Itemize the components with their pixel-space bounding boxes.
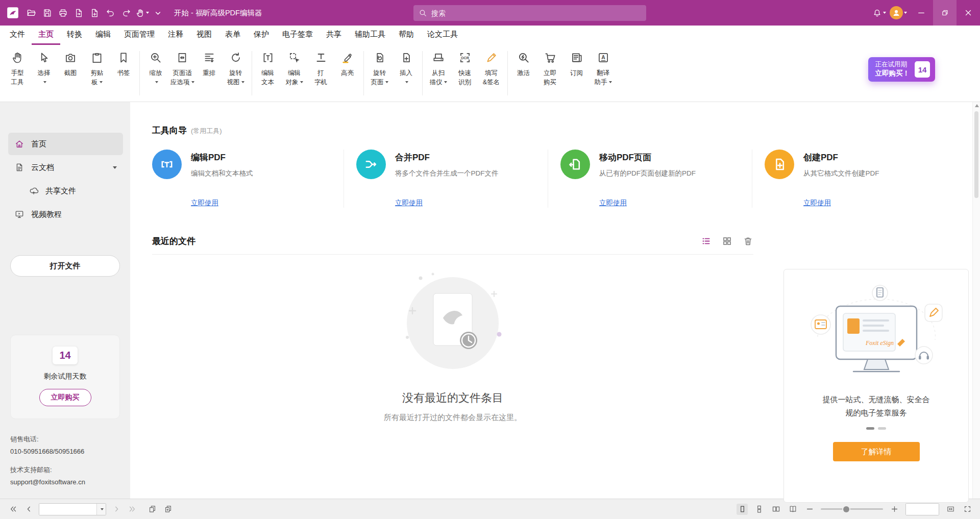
zoom-slider-track[interactable] bbox=[821, 508, 883, 510]
menu-page-organize[interactable]: 页面管理 bbox=[117, 26, 161, 45]
page-number-box[interactable] bbox=[39, 503, 106, 515]
menu-form[interactable]: 表单 bbox=[218, 26, 247, 45]
sidebar-item-video-tutorials[interactable]: 视频教程 bbox=[8, 203, 123, 226]
menu-accessibility[interactable]: 辅助工具 bbox=[348, 26, 392, 45]
carousel-dot[interactable] bbox=[878, 427, 886, 430]
menu-view[interactable]: 视图 bbox=[190, 26, 218, 45]
menu-esign[interactable]: 电子签章 bbox=[276, 26, 320, 45]
next-page-icon[interactable] bbox=[111, 504, 122, 515]
tool-translate-assistant[interactable]: A 翻译助手 bbox=[590, 49, 617, 88]
facing-view-icon[interactable] bbox=[770, 504, 781, 515]
page-number-input[interactable] bbox=[39, 504, 96, 515]
undo-icon[interactable] bbox=[103, 5, 118, 21]
zoom-slider[interactable] bbox=[821, 505, 883, 514]
book-view-icon[interactable] bbox=[787, 504, 798, 515]
new-page-view-icon[interactable] bbox=[162, 504, 174, 515]
tool-rotate-view[interactable]: 旋转视图 bbox=[223, 49, 249, 88]
learn-more-button[interactable]: 了解详情 bbox=[833, 442, 920, 461]
sidebar-item-cloud-docs[interactable]: 云文档 bbox=[8, 156, 123, 179]
new-file-icon[interactable] bbox=[87, 5, 103, 21]
zoom-in-icon[interactable] bbox=[889, 504, 900, 515]
tool-hand[interactable]: 手型工具 bbox=[4, 49, 31, 88]
fit-width-icon[interactable] bbox=[945, 504, 956, 515]
support-email-address[interactable]: support@foxitsoftware.cn bbox=[10, 477, 120, 487]
zoom-out-icon[interactable] bbox=[804, 504, 815, 515]
notifications-bell-icon[interactable] bbox=[871, 5, 887, 21]
sidebar-item-home[interactable]: 首页 bbox=[8, 133, 123, 155]
clear-recent-trash-icon[interactable] bbox=[743, 236, 753, 246]
tool-highlight[interactable]: 高亮 bbox=[334, 49, 361, 79]
trial-buy-badge[interactable]: 正在试用期 立即购买！ 14 bbox=[868, 57, 936, 82]
tool-typewriter[interactable]: 打字机 bbox=[308, 49, 334, 88]
grid-view-icon[interactable] bbox=[722, 236, 732, 246]
fullscreen-icon[interactable] bbox=[962, 504, 973, 515]
tool-activate[interactable]: 激活 bbox=[510, 49, 537, 79]
buy-now-button[interactable]: 立即购买 bbox=[39, 389, 91, 406]
use-now-link[interactable]: 立即使用 bbox=[191, 199, 335, 208]
menu-protect[interactable]: 保护 bbox=[247, 26, 276, 45]
use-now-link[interactable]: 立即使用 bbox=[395, 199, 540, 208]
menu-edit[interactable]: 编辑 bbox=[89, 26, 117, 45]
tool-quick-ocr[interactable]: OCR 快速识别 bbox=[452, 49, 478, 88]
sidebar-item-shared-files[interactable]: 共享文件 bbox=[8, 180, 123, 202]
list-view-icon[interactable] bbox=[701, 236, 712, 246]
tool-zoom[interactable]: 缩放 bbox=[142, 49, 169, 88]
zoom-slider-thumb[interactable] bbox=[843, 506, 849, 512]
continuous-view-icon[interactable] bbox=[753, 504, 765, 515]
cloud-docs-caret[interactable] bbox=[113, 166, 117, 169]
tool-rotate-pages[interactable]: 旋转页面 bbox=[366, 49, 393, 88]
minimize-button[interactable] bbox=[910, 0, 933, 26]
tool-subscribe[interactable]: 订阅 bbox=[564, 49, 590, 79]
hand-tool-quick-icon[interactable] bbox=[134, 5, 150, 21]
single-page-view-icon[interactable] bbox=[737, 504, 748, 515]
tool-fill-sign[interactable]: 填写&签名 bbox=[478, 49, 505, 88]
tool-fit-options[interactable]: 页面适应选项 bbox=[169, 49, 196, 88]
first-page-icon[interactable] bbox=[7, 504, 18, 515]
tool-clipboard[interactable]: 剪贴板 bbox=[84, 49, 110, 88]
menu-home[interactable]: 主页 bbox=[32, 26, 60, 45]
card-create-pdf[interactable]: 创建PDF 从其它格式文件创建PDF 立即使用 bbox=[752, 150, 956, 208]
menu-comment[interactable]: 注释 bbox=[161, 26, 190, 45]
menu-share[interactable]: 共享 bbox=[320, 26, 348, 45]
zoom-percent-input[interactable] bbox=[906, 504, 939, 515]
tool-buy-now[interactable]: 立即购买 bbox=[537, 49, 564, 88]
close-button[interactable] bbox=[957, 0, 980, 26]
print-icon[interactable] bbox=[55, 5, 71, 21]
tool-reflow[interactable]: 重排 bbox=[196, 49, 223, 79]
tool-edit-object[interactable]: 编辑对象 bbox=[281, 49, 308, 88]
scroll-up-arrow[interactable] bbox=[975, 104, 979, 107]
tool-snapshot[interactable]: 截图 bbox=[57, 49, 84, 79]
last-page-icon[interactable] bbox=[127, 504, 138, 515]
tool-edit-text[interactable]: 编辑文本 bbox=[255, 49, 281, 88]
copy-page-view-icon[interactable] bbox=[146, 504, 158, 515]
save-icon[interactable] bbox=[39, 5, 55, 21]
page-number-dropdown[interactable] bbox=[96, 503, 106, 515]
tool-bookmark[interactable]: 书签 bbox=[110, 49, 137, 79]
scrollbar-thumb[interactable] bbox=[974, 111, 978, 198]
open-folder-icon[interactable] bbox=[23, 5, 39, 21]
menu-help[interactable]: 帮助 bbox=[392, 26, 421, 45]
card-merge-pdf[interactable]: 合并PDF 将多个文件合并生成一个PDF文件 立即使用 bbox=[344, 150, 548, 208]
prev-page-icon[interactable] bbox=[23, 504, 34, 515]
export-file-icon[interactable] bbox=[71, 5, 87, 21]
tool-insert[interactable]: 插入 bbox=[393, 49, 420, 88]
vertical-scrollbar[interactable] bbox=[972, 102, 980, 499]
collapse-ribbon-icon[interactable] bbox=[150, 5, 166, 21]
search-box[interactable] bbox=[413, 5, 646, 21]
use-now-link[interactable]: 立即使用 bbox=[599, 199, 744, 208]
use-now-link[interactable]: 立即使用 bbox=[803, 199, 948, 208]
promo-carousel-dots[interactable] bbox=[866, 427, 886, 430]
menu-paper-tools[interactable]: 论文工具 bbox=[421, 26, 464, 45]
card-move-pdf-pages[interactable]: 移动PDF页面 从已有的PDF页面创建新的PDF 立即使用 bbox=[548, 150, 752, 208]
tool-select[interactable]: 选择 bbox=[31, 49, 57, 88]
card-edit-pdf[interactable]: 编辑PDF 编辑文档和文本格式 立即使用 bbox=[152, 150, 344, 208]
redo-icon[interactable] bbox=[118, 5, 134, 21]
zoom-percent-box[interactable] bbox=[905, 503, 939, 515]
tool-from-scanner[interactable]: 从扫描仪 bbox=[425, 49, 452, 88]
carousel-dot-active[interactable] bbox=[866, 427, 874, 430]
menu-file[interactable]: 文件 bbox=[3, 26, 32, 45]
open-file-button[interactable]: 打开文件 bbox=[10, 255, 120, 277]
search-input[interactable] bbox=[431, 9, 641, 17]
menu-convert[interactable]: 转换 bbox=[60, 26, 89, 45]
restore-button[interactable] bbox=[933, 0, 957, 26]
